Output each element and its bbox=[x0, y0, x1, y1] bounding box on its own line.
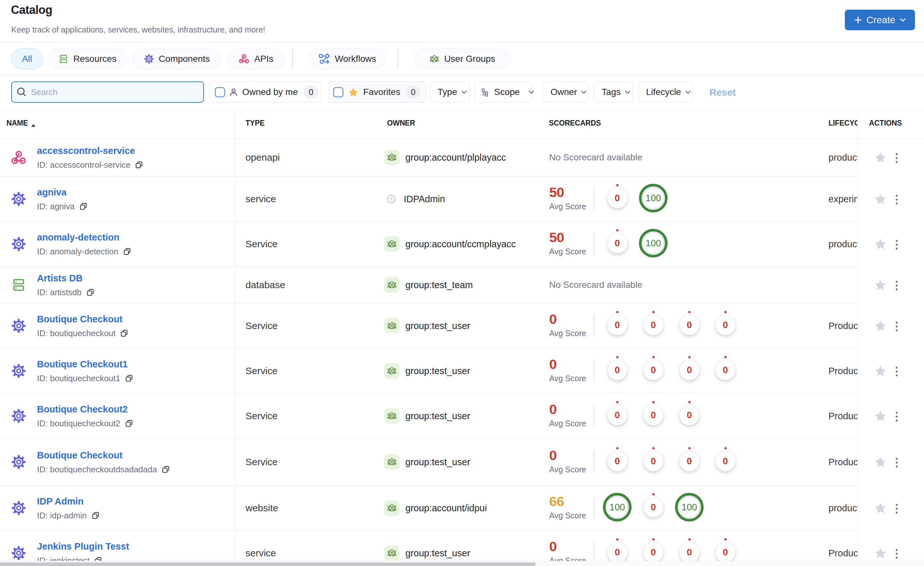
svg-text:?: ? bbox=[390, 196, 393, 202]
